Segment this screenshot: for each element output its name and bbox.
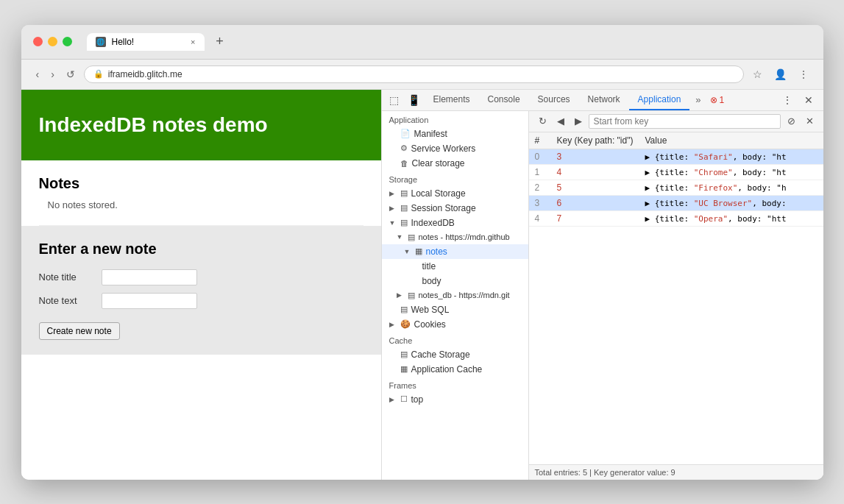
clear-label: Clear storage	[412, 158, 465, 168]
address-bar[interactable]: 🔒 iframeidb.glitch.me	[84, 65, 744, 83]
page-header: IndexedDB notes demo	[21, 90, 381, 160]
profile-button[interactable]: 👤	[771, 67, 790, 82]
sidebar-item-body[interactable]: body	[382, 274, 528, 288]
devtools-close-button[interactable]: ✕	[800, 92, 818, 108]
devtools-sidebar: Application 📄 Manifest ⚙ Service Workers…	[382, 111, 529, 480]
top-label: top	[411, 394, 424, 405]
url-text: iframeidb.glitch.me	[108, 69, 182, 79]
cell-hash: 1	[529, 164, 551, 180]
top-icon: ☐	[400, 394, 408, 404]
devtools-options-button[interactable]: ⋮	[778, 92, 797, 108]
sidebar-item-manifest[interactable]: 📄 Manifest	[382, 127, 528, 141]
tab-console[interactable]: Console	[479, 90, 529, 110]
cell-hash: 2	[529, 180, 551, 195]
cell-value: ▶ {title: "Safari", body: "ht	[639, 149, 823, 164]
sidebar-item-clear-storage[interactable]: 🗑 Clear storage	[382, 156, 528, 171]
sidebar-item-indexeddb[interactable]: ▼ ▤ IndexedDB	[382, 216, 528, 230]
note-title-input[interactable]	[102, 269, 197, 285]
forward-button[interactable]: ›	[48, 67, 57, 82]
sidebar-item-notes-db2[interactable]: ▶ ▤ notes_db - https://mdn.git	[382, 288, 528, 302]
next-button[interactable]: ▶	[571, 114, 586, 128]
clear-icon: 🗑	[400, 159, 408, 168]
tab-elements[interactable]: Elements	[425, 90, 479, 110]
sidebar-item-notes-db[interactable]: ▼ ▤ notes - https://mdn.github	[382, 230, 528, 244]
sidebar-section-cache: Cache	[382, 332, 528, 347]
start-from-key-input[interactable]	[589, 114, 781, 129]
maximize-dot[interactable]	[63, 37, 72, 46]
active-tab[interactable]: 🌐 Hello! ×	[87, 33, 205, 51]
inspect-element-button[interactable]: ⬚	[385, 92, 403, 108]
sidebar-item-top[interactable]: ▶ ☐ top	[382, 392, 528, 407]
sidebar-item-cache-storage[interactable]: ▤ Cache Storage	[382, 347, 528, 362]
tab-network[interactable]: Network	[579, 90, 629, 110]
note-title-label: Note title	[39, 271, 94, 283]
new-tab-button[interactable]: +	[210, 32, 230, 52]
idb-arrow: ▼	[389, 219, 397, 227]
cell-value: ▶ {title: "Firefox", body: "h	[639, 180, 823, 195]
minimize-dot[interactable]	[48, 37, 57, 46]
errors-badge[interactable]: ⊗ 1	[710, 95, 725, 105]
note-text-input[interactable]	[102, 293, 197, 309]
close-dot[interactable]	[33, 37, 43, 46]
sidebar-item-title[interactable]: title	[382, 259, 528, 274]
cell-key: 4	[551, 164, 639, 180]
refresh-data-button[interactable]: ↻	[535, 114, 550, 128]
cs-icon: ▤	[400, 349, 408, 359]
reload-button[interactable]: ↺	[63, 67, 78, 82]
sidebar-item-session-storage[interactable]: ▶ ▤ Session Storage	[382, 201, 528, 216]
ss-label: Session Storage	[411, 203, 476, 213]
idb-label: IndexedDB	[411, 218, 455, 228]
create-note-button[interactable]: Create new note	[39, 322, 120, 340]
prev-button[interactable]: ◀	[553, 114, 568, 128]
sidebar-section-storage: Storage	[382, 171, 528, 186]
sw-label: Service Workers	[411, 143, 476, 154]
bookmark-button[interactable]: ☆	[750, 67, 765, 82]
ss-arrow: ▶	[389, 205, 397, 212]
page-title: IndexedDB notes demo	[39, 113, 364, 137]
idb-icon: ▤	[400, 218, 408, 227]
sidebar-item-local-storage[interactable]: ▶ ▤ Local Storage	[382, 186, 528, 201]
notes-arrow: ▼	[404, 248, 411, 255]
browser-content: IndexedDB notes demo Notes No notes stor…	[21, 90, 823, 480]
sidebar-item-cookies[interactable]: ▶ 🍪 Cookies	[382, 317, 528, 332]
footer-text: Total entries: 5 | Key generator value: …	[535, 468, 675, 477]
sidebar-item-notes[interactable]: ▼ ▦ notes	[382, 244, 528, 259]
tab-application[interactable]: Application	[629, 90, 690, 110]
nav-bar: ‹ › ↺ 🔒 iframeidb.glitch.me ☆ 👤 ⋮	[21, 60, 823, 90]
device-toolbar-button[interactable]: 📱	[403, 92, 425, 108]
back-button[interactable]: ‹	[33, 67, 43, 82]
menu-button[interactable]: ⋮	[795, 67, 812, 82]
table-row[interactable]: 36▶ {title: "UC Browser", body:	[529, 195, 823, 210]
sidebar-item-websql[interactable]: ▤ Web SQL	[382, 302, 528, 317]
note-text-label: Note text	[39, 295, 94, 306]
cell-key: 5	[551, 180, 639, 195]
stop-button[interactable]: ⊘	[784, 114, 799, 128]
tab-sources[interactable]: Sources	[529, 90, 579, 110]
cookies-icon: 🍪	[400, 319, 411, 329]
sidebar-item-app-cache[interactable]: ▦ Application Cache	[382, 362, 528, 377]
table-row[interactable]: 03▶ {title: "Safari", body: "ht	[529, 149, 823, 164]
manifest-label: Manifest	[414, 129, 447, 139]
devtools-tabs-bar: ⬚ 📱 Elements Console Sources Network App…	[382, 90, 823, 111]
ac-icon: ▦	[400, 364, 408, 374]
errors-count: 1	[720, 95, 725, 105]
ndb2-icon: ▤	[408, 291, 415, 300]
sidebar-item-service-workers[interactable]: ⚙ Service Workers	[382, 141, 528, 156]
wsql-icon: ▤	[400, 305, 408, 314]
ndb-icon: ▤	[408, 233, 415, 242]
new-note-section: Enter a new note Note title Note text Cr…	[21, 226, 381, 355]
ls-arrow: ▶	[389, 190, 397, 197]
notes-heading: Notes	[39, 175, 364, 192]
more-tabs-button[interactable]: »	[689, 91, 706, 108]
title-bar: 🌐 Hello! × +	[21, 25, 823, 60]
clear-data-button[interactable]: ✕	[802, 114, 818, 128]
table-row[interactable]: 14▶ {title: "Chrome", body: "ht	[529, 164, 823, 180]
note-title-row: Note title	[39, 269, 364, 285]
table-row[interactable]: 25▶ {title: "Firefox", body: "h	[529, 180, 823, 195]
cell-value: ▶ {title: "Opera", body: "htt	[639, 210, 823, 226]
cell-hash: 4	[529, 210, 551, 226]
ss-icon: ▤	[400, 203, 408, 213]
tab-close-button[interactable]: ×	[191, 38, 195, 46]
table-row[interactable]: 47▶ {title: "Opera", body: "htt	[529, 210, 823, 226]
ndb-label: notes - https://mdn.github	[419, 233, 510, 241]
